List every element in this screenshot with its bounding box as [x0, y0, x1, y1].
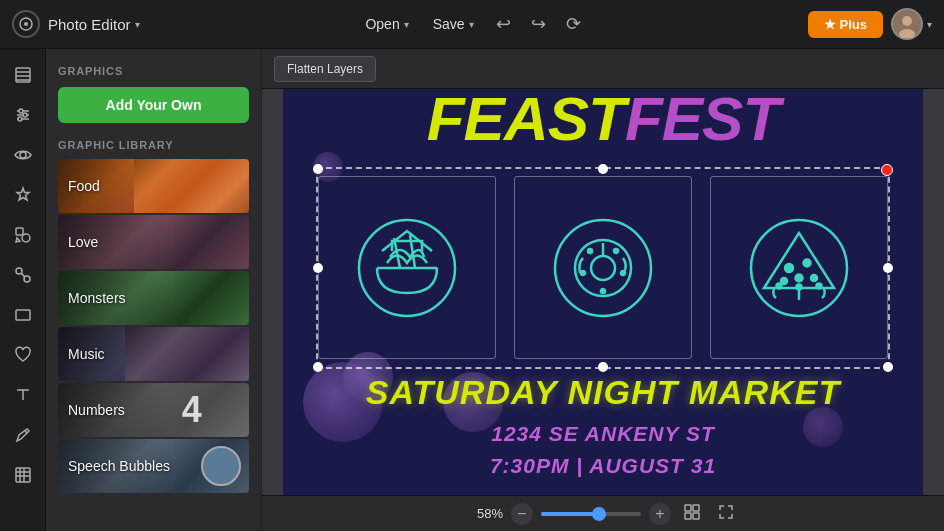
app-title[interactable]: Photo Editor ▾ [48, 16, 140, 33]
sidebar-item-layers[interactable] [5, 57, 41, 93]
sync-button[interactable]: ⟳ [560, 9, 587, 39]
list-item[interactable]: Food [58, 159, 249, 213]
list-item[interactable]: Love [58, 215, 249, 269]
sidebar-item-adjustments[interactable] [5, 97, 41, 133]
library-item-label: Food [68, 178, 100, 194]
svg-point-39 [588, 249, 592, 253]
library-item-label: Speech Bubbles [68, 458, 170, 474]
zoom-slider[interactable] [541, 512, 641, 516]
svg-point-36 [555, 220, 651, 316]
svg-point-40 [614, 249, 618, 253]
svg-point-14 [18, 117, 22, 121]
svg-marker-16 [17, 188, 29, 200]
canvas-area: Flatten Layers FEASTFEST [262, 49, 944, 531]
svg-rect-23 [16, 310, 30, 320]
svg-rect-18 [16, 228, 23, 235]
svg-point-47 [796, 274, 803, 281]
svg-line-26 [25, 431, 27, 433]
avatar [891, 8, 923, 40]
main-area: GRAPHICS Add Your Own GRAPHIC LIBRARY Fo… [0, 49, 944, 531]
svg-point-41 [581, 271, 585, 275]
library-list: Food Love Monsters Music [58, 159, 249, 495]
app-title-chevron: ▾ [135, 19, 140, 30]
plus-button[interactable]: ★ Plus [808, 11, 883, 38]
library-section-title: GRAPHIC LIBRARY [58, 139, 249, 151]
list-item[interactable]: Speech Bubbles [58, 439, 249, 493]
svg-rect-27 [16, 468, 30, 482]
header: Photo Editor ▾ Open ▾ Save ▾ ↩ ↪ ⟳ ★ Plu… [0, 0, 944, 49]
flatten-layers-button[interactable]: Flatten Layers [274, 56, 376, 82]
feast-text: FEAST [427, 89, 625, 153]
sidebar-panel: GRAPHICS Add Your Own GRAPHIC LIBRARY Fo… [46, 49, 262, 531]
fit-view-button[interactable] [679, 501, 705, 526]
zoom-in-button[interactable]: + [649, 503, 671, 525]
canvas-wrapper: FEASTFEST [262, 89, 944, 495]
icon-box-2 [514, 176, 692, 359]
canvas-toolbar: Flatten Layers [262, 49, 944, 89]
sidebar-item-cutout[interactable] [5, 257, 41, 293]
icon-box-3 [710, 176, 888, 359]
svg-point-50 [777, 283, 782, 288]
svg-point-12 [19, 109, 23, 113]
svg-rect-54 [693, 505, 699, 511]
svg-marker-19 [16, 238, 20, 242]
svg-point-15 [20, 152, 26, 158]
sidebar-item-texture[interactable] [5, 457, 41, 493]
list-item[interactable]: 4 Numbers [58, 383, 249, 437]
svg-point-13 [23, 113, 27, 117]
list-item[interactable]: Music [58, 327, 249, 381]
list-item[interactable]: Monsters [58, 271, 249, 325]
svg-point-51 [797, 284, 802, 289]
logo [12, 10, 40, 38]
svg-rect-55 [685, 513, 691, 519]
sidebar-item-rectangle[interactable] [5, 297, 41, 333]
redo-button[interactable]: ↪ [525, 9, 552, 39]
svg-line-22 [21, 273, 25, 277]
svg-point-48 [781, 278, 787, 284]
svg-rect-53 [685, 505, 691, 511]
zoom-out-button[interactable]: − [511, 503, 533, 525]
bottom-bar: 58% − + [262, 495, 944, 531]
fest-text: FEST [625, 89, 779, 153]
star-icon: ★ [824, 17, 836, 32]
time-text: 7:30PM | AUGUST 31 [283, 454, 923, 478]
svg-point-3 [902, 16, 912, 26]
sidebar-item-heart[interactable] [5, 337, 41, 373]
fullscreen-button[interactable] [713, 501, 739, 526]
add-your-own-button[interactable]: Add Your Own [58, 87, 249, 123]
icon-box-1 [318, 176, 496, 359]
sidebar-item-eye[interactable] [5, 137, 41, 173]
sidebar-item-text[interactable] [5, 377, 41, 413]
svg-point-45 [785, 264, 793, 272]
sidebar-item-shapes[interactable] [5, 217, 41, 253]
svg-point-46 [804, 259, 811, 266]
canvas[interactable]: FEASTFEST [283, 89, 923, 495]
library-item-label: Monsters [68, 290, 126, 306]
svg-point-38 [591, 256, 615, 280]
sidebar-item-draw[interactable] [5, 417, 41, 453]
undo-button[interactable]: ↩ [490, 9, 517, 39]
saturday-text: SATURDAY NIGHT MARKET [283, 373, 923, 412]
sidebar-item-effects[interactable] [5, 177, 41, 213]
graphics-section-title: GRAPHICS [58, 65, 249, 77]
library-item-label: Music [68, 346, 105, 362]
icon-bar [0, 49, 46, 531]
library-item-label: Love [68, 234, 98, 250]
save-button[interactable]: Save ▾ [425, 12, 482, 36]
svg-point-49 [811, 275, 817, 281]
svg-rect-56 [693, 513, 699, 519]
svg-point-52 [817, 283, 822, 288]
svg-point-43 [601, 289, 605, 293]
svg-point-42 [621, 271, 625, 275]
avatar-chevron[interactable]: ▾ [927, 19, 932, 30]
library-item-label: Numbers [68, 402, 125, 418]
address-text: 1234 SE ANKENY ST [283, 422, 923, 446]
zoom-percent: 58% [467, 506, 503, 521]
svg-point-1 [24, 22, 28, 26]
open-button[interactable]: Open ▾ [357, 12, 416, 36]
poster: FEASTFEST [283, 89, 923, 495]
